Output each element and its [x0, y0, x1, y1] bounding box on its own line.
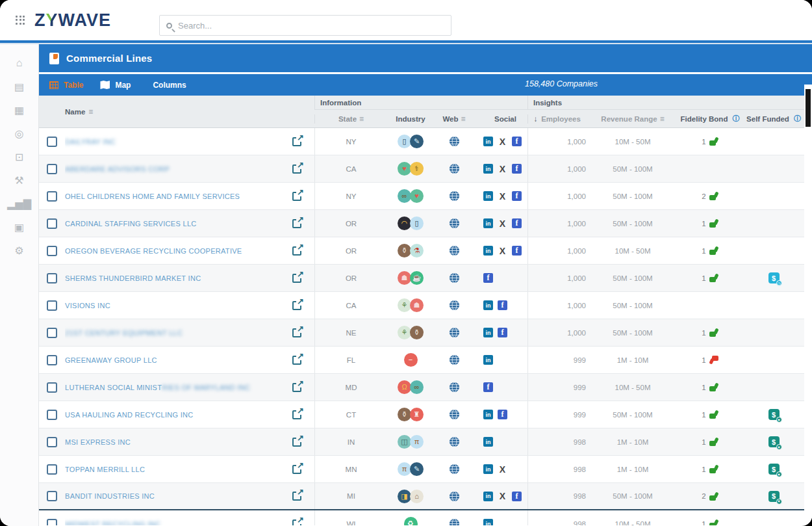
company-name-link[interactable]: LUTHERAN SOCIAL MINISTRIES OF MARYLAND I…: [65, 384, 250, 391]
x-icon[interactable]: X: [498, 492, 507, 501]
row-checkbox[interactable]: [47, 491, 57, 501]
column-header-state[interactable]: State ≡: [314, 114, 387, 124]
website-globe-icon[interactable]: [449, 136, 460, 147]
open-external-icon[interactable]: [292, 219, 301, 228]
row-checkbox[interactable]: [47, 355, 57, 365]
facebook-icon[interactable]: f: [512, 492, 522, 501]
open-external-icon[interactable]: [292, 274, 301, 283]
tools-icon[interactable]: ⚒: [10, 170, 29, 190]
company-name-link[interactable]: GREENAWAY GROUP LLC: [65, 356, 157, 364]
open-external-icon[interactable]: [292, 519, 301, 526]
x-icon[interactable]: X: [498, 137, 507, 146]
linkedin-icon[interactable]: in: [483, 191, 493, 201]
open-external-icon[interactable]: [292, 356, 301, 365]
row-checkbox[interactable]: [47, 191, 57, 202]
tab-map[interactable]: Map: [100, 81, 131, 90]
company-name-link[interactable]: DAILYRAY INC: [65, 138, 116, 146]
row-checkbox[interactable]: [47, 300, 57, 311]
open-external-icon[interactable]: [292, 137, 301, 146]
open-external-icon[interactable]: [292, 465, 301, 474]
revenue-filter-icon[interactable]: ≡: [660, 114, 665, 124]
row-checkbox[interactable]: [47, 437, 57, 447]
x-icon[interactable]: X: [498, 464, 507, 474]
linkedin-icon[interactable]: in: [483, 492, 493, 501]
linkedin-icon[interactable]: in: [483, 328, 493, 337]
website-globe-icon[interactable]: [449, 191, 460, 202]
linkedin-icon[interactable]: in: [483, 519, 493, 525]
row-checkbox[interactable]: [47, 137, 57, 147]
open-external-icon[interactable]: [292, 192, 301, 201]
tab-columns[interactable]: Columns: [147, 81, 186, 90]
company-name-link[interactable]: VISIONS INC: [65, 302, 110, 309]
company-name-link[interactable]: OREGON BEVERAGE RECYCLING COOPERATIVE: [65, 247, 242, 255]
website-globe-icon[interactable]: [449, 354, 460, 365]
row-checkbox[interactable]: [47, 464, 57, 475]
company-name-link[interactable]: SHERMS THUNDERBIRD MARKET INC: [65, 274, 201, 282]
analytics-icon[interactable]: ▂▅▇: [10, 194, 29, 213]
open-external-icon[interactable]: [292, 410, 301, 419]
x-icon[interactable]: X: [498, 246, 507, 256]
open-external-icon[interactable]: [292, 438, 301, 447]
open-external-icon[interactable]: [292, 492, 301, 501]
sort-descending-icon[interactable]: ↓: [533, 114, 537, 124]
facebook-icon[interactable]: f: [512, 164, 522, 174]
row-checkbox[interactable]: [47, 164, 57, 174]
open-external-icon[interactable]: [292, 246, 301, 256]
linkedin-icon[interactable]: in: [483, 437, 493, 447]
facebook-icon[interactable]: f: [483, 382, 493, 392]
website-globe-icon[interactable]: [449, 382, 460, 393]
company-name-link[interactable]: ABERDARE ADVISORS CORP: [65, 165, 170, 173]
website-globe-icon[interactable]: [449, 518, 460, 525]
open-external-icon[interactable]: [292, 301, 301, 310]
fidelity-bond-info-icon[interactable]: ⓘ: [732, 114, 739, 124]
website-globe-icon[interactable]: [449, 327, 460, 338]
row-checkbox[interactable]: [47, 382, 57, 393]
settings-icon[interactable]: ⚙: [10, 241, 29, 260]
tab-table[interactable]: Table: [49, 81, 83, 90]
open-external-icon[interactable]: [292, 383, 301, 392]
self-funded-info-icon[interactable]: ⓘ: [794, 114, 801, 124]
linkedin-icon[interactable]: in: [483, 137, 493, 146]
linkedin-icon[interactable]: in: [483, 164, 493, 174]
row-checkbox[interactable]: [47, 410, 57, 420]
column-header-fidelity-bond[interactable]: Fidelity Bond ⓘ: [676, 114, 744, 124]
row-checkbox[interactable]: [47, 519, 57, 526]
website-globe-icon[interactable]: [449, 436, 460, 447]
row-checkbox[interactable]: [47, 218, 57, 229]
company-name-link[interactable]: BANDIT INDUSTRIES INC: [65, 492, 155, 500]
web-filter-icon[interactable]: ≡: [461, 114, 466, 124]
billing-icon[interactable]: ⊡: [10, 147, 29, 166]
column-header-revenue-range[interactable]: Revenue Range ≡: [590, 114, 676, 124]
search-input[interactable]: [178, 21, 444, 31]
facebook-icon[interactable]: f: [512, 218, 522, 228]
reports-icon[interactable]: ▣: [10, 217, 29, 237]
state-filter-icon[interactable]: ≡: [359, 114, 364, 124]
name-filter-icon[interactable]: ≡: [88, 107, 93, 116]
company-name-link[interactable]: CARDINAL STAFFING SERVICES LLC: [65, 220, 197, 228]
website-globe-icon[interactable]: [449, 409, 460, 420]
website-globe-icon[interactable]: [449, 300, 460, 311]
linkedin-icon[interactable]: in: [483, 218, 493, 228]
facebook-icon[interactable]: f: [483, 273, 493, 283]
column-header-self-funded[interactable]: Self Funded ⓘ: [744, 114, 803, 124]
website-globe-icon[interactable]: [449, 491, 460, 502]
linkedin-icon[interactable]: in: [483, 410, 493, 419]
website-globe-icon[interactable]: [449, 272, 460, 283]
facebook-icon[interactable]: f: [512, 137, 522, 146]
company-name-link[interactable]: 21ST CENTURY EQUIPMENT LLC: [65, 329, 183, 337]
company-name-link[interactable]: OHEL CHILDRENS HOME AND FAMILY SERVICES: [65, 192, 240, 200]
website-globe-icon[interactable]: [449, 218, 460, 229]
target-icon[interactable]: ◎: [10, 124, 29, 143]
app-launcher-grid-icon[interactable]: [16, 16, 25, 25]
website-globe-icon[interactable]: [449, 245, 460, 256]
documents-icon[interactable]: ▦: [10, 100, 29, 120]
facebook-icon[interactable]: f: [498, 328, 507, 337]
linkedin-icon[interactable]: in: [483, 355, 493, 365]
company-name-link[interactable]: MSI EXPRESS INC: [65, 438, 131, 446]
column-header-employees[interactable]: ↓ Employees: [527, 114, 590, 124]
column-header-web[interactable]: Web ≡: [434, 114, 474, 124]
row-checkbox[interactable]: [47, 246, 57, 256]
profiles-icon[interactable]: ▤: [10, 77, 29, 96]
facebook-icon[interactable]: f: [498, 410, 507, 419]
x-icon[interactable]: X: [498, 164, 507, 174]
